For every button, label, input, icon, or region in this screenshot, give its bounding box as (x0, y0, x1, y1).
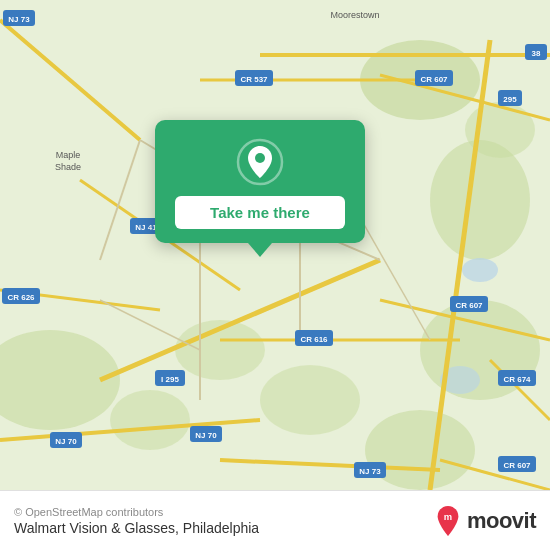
svg-text:NJ 73: NJ 73 (8, 15, 30, 24)
place-name: Walmart Vision & Glasses, Philadelphia (14, 520, 259, 536)
svg-point-67 (255, 153, 265, 163)
svg-point-2 (430, 140, 530, 260)
svg-point-7 (110, 390, 190, 450)
map-container: NJ 73 38 295 CR 537 CR 607 NJ 41 CR 626 … (0, 0, 550, 490)
svg-text:NJ 73: NJ 73 (359, 467, 381, 476)
svg-text:Moorestown: Moorestown (330, 10, 379, 20)
svg-text:NJ 70: NJ 70 (195, 431, 217, 440)
attribution-text: © OpenStreetMap contributors (14, 506, 259, 518)
svg-text:Maple: Maple (56, 150, 81, 160)
moovit-brand-text: moovit (467, 508, 536, 534)
svg-text:CR 607: CR 607 (420, 75, 448, 84)
svg-text:CR 616: CR 616 (300, 335, 328, 344)
svg-text:CR 537: CR 537 (240, 75, 268, 84)
svg-text:I 295: I 295 (161, 375, 179, 384)
svg-text:CR 626: CR 626 (7, 293, 35, 302)
location-pin-icon (236, 138, 284, 186)
bottom-info: © OpenStreetMap contributors Walmart Vis… (14, 506, 259, 536)
svg-text:NJ 70: NJ 70 (55, 437, 77, 446)
svg-text:CR 607: CR 607 (455, 301, 483, 310)
svg-text:38: 38 (532, 49, 541, 58)
svg-text:Shade: Shade (55, 162, 81, 172)
take-me-there-button[interactable]: Take me there (175, 196, 345, 229)
svg-text:295: 295 (503, 95, 517, 104)
svg-text:CR 674: CR 674 (503, 375, 531, 384)
svg-text:NJ 41: NJ 41 (135, 223, 157, 232)
svg-text:m: m (444, 511, 452, 522)
moovit-pin-icon: m (435, 505, 461, 537)
popup-card: Take me there (155, 120, 365, 243)
svg-point-6 (260, 365, 360, 435)
svg-text:CR 607: CR 607 (503, 461, 531, 470)
bottom-bar: © OpenStreetMap contributors Walmart Vis… (0, 490, 550, 550)
moovit-logo: m moovit (435, 505, 536, 537)
svg-point-10 (462, 258, 498, 282)
